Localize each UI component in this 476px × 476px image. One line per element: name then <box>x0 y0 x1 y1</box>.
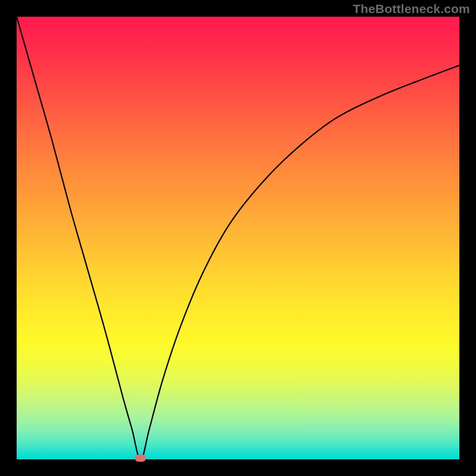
bottleneck-curve <box>17 17 459 459</box>
watermark-text: TheBottleneck.com <box>353 2 470 16</box>
min-marker <box>135 455 146 462</box>
plot-area <box>17 17 459 459</box>
